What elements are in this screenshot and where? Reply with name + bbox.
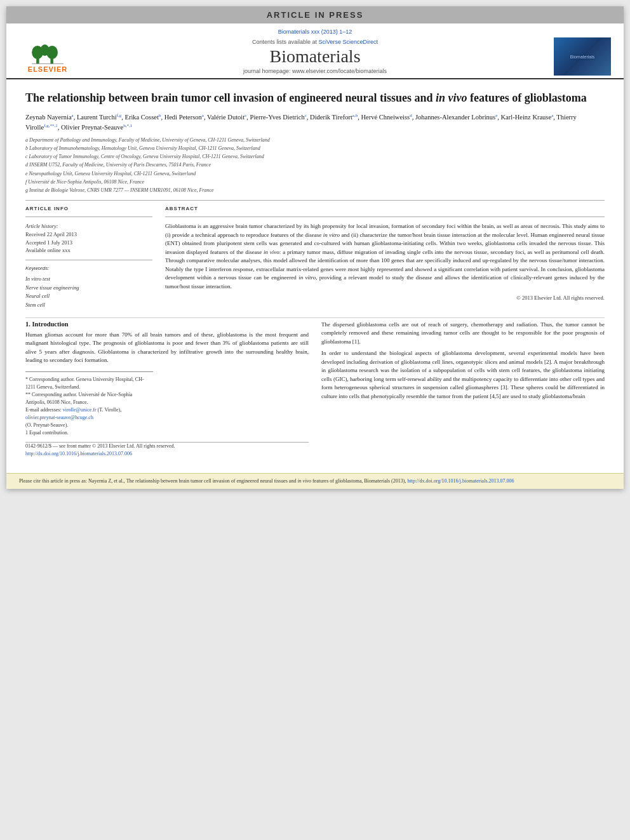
article-title: The relationship between brain tumor cel… — [25, 86, 605, 105]
keywords-section: Keywords: In vitro test Nerve tissue eng… — [25, 265, 152, 309]
citation-doi[interactable]: http://dx.doi.org/10.1016/j.biomaterials… — [407, 478, 514, 484]
affiliation-f-text: f Université de Nice-Sophia Antipolis, 0… — [25, 179, 144, 185]
footnote-corresponding-1: * Corresponding author. Geneva Universit… — [25, 376, 153, 391]
body-col-right: The dispersed glioblastoma cells are out… — [321, 321, 605, 460]
journal-center: Contents lists available at SciVerse Sci… — [76, 39, 554, 74]
biomaterials-logo-box: Biomaterials — [554, 37, 611, 76]
article-info-abstract: ARTICLE INFO Article history: Received 2… — [25, 206, 605, 309]
affiliation-a-text: a Department of Pathology and Immunology… — [25, 137, 270, 143]
email-separator: (T. Virolle), — [98, 407, 122, 413]
email-2-link[interactable]: olivier.preynat-seauve@hcuge.ch — [25, 415, 93, 420]
elsevier-logo: ELSEVIER — [19, 37, 76, 76]
footnote-equal: 1 Equal contribution. — [25, 429, 153, 437]
biomaterials-logo-text: Biomaterials — [570, 55, 595, 59]
keyword-3: Neural cell — [25, 292, 152, 301]
affiliation-c-text: c Laboratory of Tumor Immunology, Centre… — [25, 154, 264, 159]
keywords-divider — [25, 260, 152, 260]
affiliation-c: c Laboratory of Tumor Immunology, Centre… — [25, 153, 605, 160]
article-history: Article history: Received 22 April 2013 … — [25, 222, 152, 255]
banner-text: ARTICLE IN PRESS — [267, 10, 364, 20]
keyword-1: In vitro test — [25, 275, 152, 284]
intro-heading: 1. Introduction — [25, 321, 309, 328]
affiliations: a Department of Pathology and Immunology… — [25, 137, 605, 194]
issn-section: 0142-9612/$ — see front matter © 2013 El… — [25, 442, 309, 460]
keyword-4: Stem cell — [25, 301, 152, 310]
keywords-label: Keywords: — [25, 265, 152, 271]
sciverse-text: Contents lists available at — [252, 39, 319, 45]
body-section: 1. Introduction Human gliomas account fo… — [25, 317, 605, 460]
body-col-left: 1. Introduction Human gliomas account fo… — [25, 321, 309, 460]
available-date: Available online xxx — [25, 246, 152, 255]
affiliation-g: g Institut de Biologie Valrose, CNRS UMR… — [25, 187, 605, 194]
abstract-text: Glioblastoma is an aggressive brain tumo… — [165, 222, 605, 291]
biomaterials-logo-inner: Biomaterials — [554, 37, 611, 76]
accepted-date: Accepted 1 July 2013 — [25, 239, 152, 247]
keyword-2: Nerve tissue engineering — [25, 284, 152, 293]
intro-para-2: The dispersed glioblastoma cells are out… — [321, 321, 605, 347]
abstract-col: ABSTRACT Glioblastoma is an aggressive b… — [165, 206, 605, 309]
journal-title: Biomaterials — [76, 46, 554, 67]
affiliation-a: a Department of Pathology and Immunology… — [25, 137, 605, 143]
sciverse-link[interactable]: SciVerse ScienceDirect — [319, 39, 379, 45]
copyright-line: © 2013 Elsevier Ltd. All rights reserved… — [165, 295, 605, 301]
article-info-divider — [25, 217, 152, 217]
citation-bar: Please cite this article in press as: Na… — [6, 473, 624, 489]
elsevier-text: ELSEVIER — [28, 65, 67, 73]
journal-header-content: ELSEVIER Contents lists available at Sci… — [19, 37, 611, 76]
article-content: The relationship between brain tumor cel… — [6, 79, 624, 467]
history-label: Article history: — [25, 222, 152, 230]
affiliation-e-text: e Neuropathology Unit, Geneva University… — [25, 171, 196, 177]
footnote-email: E-mail addresses: virolle@unice.fr (T. V… — [25, 406, 153, 422]
issn-text: 0142-9612/$ — see front matter © 2013 El… — [25, 443, 175, 458]
divider-1 — [25, 200, 605, 201]
affiliation-b-text: b Laboratory of Immunohematology, Hemato… — [25, 145, 260, 151]
abstract-label: ABSTRACT — [165, 206, 605, 211]
affiliation-b: b Laboratory of Immunohematology, Hemato… — [25, 145, 605, 152]
journal-homepage: journal homepage: www.elsevier.com/locat… — [76, 68, 554, 74]
intro-para-3: In order to understand the biological as… — [321, 349, 605, 401]
email-1-link[interactable]: virolle@unice.fr — [63, 407, 97, 413]
citation-prefix: Please cite this article in press as: Na… — [19, 478, 407, 484]
page: ARTICLE IN PRESS Biomaterials xxx (2013)… — [6, 6, 624, 489]
received-date: Received 22 April 2013 — [25, 230, 152, 239]
sciverse-line: Contents lists available at SciVerse Sci… — [76, 39, 554, 45]
article-title-text: The relationship between brain tumor cel… — [25, 91, 587, 104]
authors: Zeynab Nayerniaa, Laurent Turchif,g, Eri… — [25, 112, 605, 133]
affiliation-e: e Neuropathology Unit, Geneva University… — [25, 170, 605, 177]
intro-para-1: Human gliomas account for more than 70% … — [25, 331, 309, 365]
article-info-col: ARTICLE INFO Article history: Received 2… — [25, 206, 152, 309]
body-two-col: 1. Introduction Human gliomas account fo… — [25, 321, 605, 460]
abstract-content: Glioblastoma is an aggressive brain tumo… — [165, 223, 605, 290]
authors-text: Zeynab Nayerniaa, Laurent Turchif,g, Eri… — [25, 114, 577, 131]
affiliation-f: f Université de Nice-Sophia Antipolis, 0… — [25, 178, 605, 185]
affiliation-d-text: d INSERM U752, Faculty of Medicine, Univ… — [25, 162, 211, 168]
journal-ref-line: Biomaterials xxx (2013) 1–12 — [19, 29, 611, 35]
affiliation-g-text: g Institut de Biologie Valrose, CNRS UMR… — [25, 187, 214, 193]
article-info-label: ARTICLE INFO — [25, 206, 152, 211]
affiliation-d: d INSERM U752, Faculty of Medicine, Univ… — [25, 161, 605, 168]
issn-line: 0142-9612/$ — see front matter © 2013 El… — [25, 443, 175, 450]
article-in-press-banner: ARTICLE IN PRESS — [6, 6, 624, 23]
abstract-divider — [165, 217, 605, 217]
footnotes-section: * Corresponding author. Geneva Universit… — [25, 371, 153, 437]
email-label: E-mail addresses: — [25, 407, 62, 413]
footnote-corresponding-2: ** Corresponding author. Université de N… — [25, 391, 153, 406]
footnote-email-suffix: (O. Preynat-Seauve). — [25, 422, 153, 429]
doi-link[interactable]: http://dx.doi.org/10.1016/j.biomaterials… — [25, 451, 132, 457]
svg-rect-4 — [50, 57, 53, 64]
journal-ref: Biomaterials xxx (2013) 1–12 — [278, 29, 352, 35]
journal-header: Biomaterials xxx (2013) 1–12 ELSEVIER Co… — [6, 23, 624, 79]
elsevier-tree-icon — [29, 40, 67, 65]
